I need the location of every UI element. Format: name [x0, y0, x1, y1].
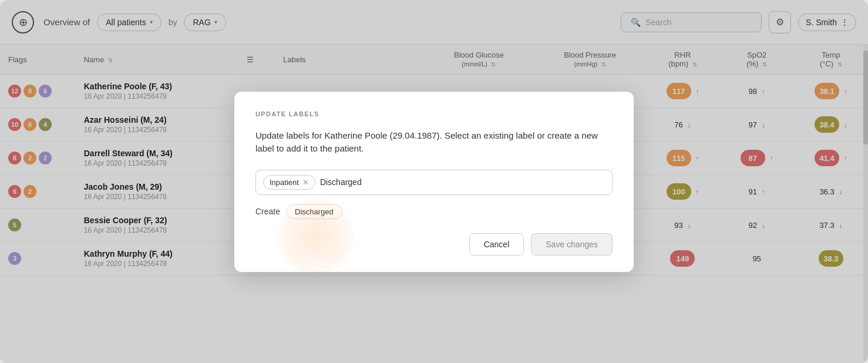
cancel-button[interactable]: Cancel: [469, 233, 524, 256]
modal-title: UPDATE LABELS: [255, 110, 613, 117]
existing-tag-chip: Inpatient ✕: [263, 175, 315, 190]
update-labels-modal: UPDATE LABELS Update labels for Katherin…: [234, 92, 634, 272]
label-text-input[interactable]: [320, 177, 605, 187]
modal-footer: Cancel Save changes: [255, 233, 613, 256]
create-label-row: Create Discharged: [255, 204, 613, 219]
modal-overlay: UPDATE LABELS Update labels for Katherin…: [0, 0, 868, 363]
create-chip-button[interactable]: Discharged: [286, 204, 342, 219]
create-text: Create: [255, 207, 280, 216]
remove-tag-button[interactable]: ✕: [302, 178, 309, 187]
save-changes-button[interactable]: Save changes: [531, 233, 613, 256]
main-window: ⊕ Overview of All patients ▾ by RAG ▾ 🔍 …: [0, 0, 868, 363]
modal-description: Update labels for Katherine Poole (29.04…: [255, 129, 613, 156]
label-input-row[interactable]: Inpatient ✕: [255, 170, 613, 195]
